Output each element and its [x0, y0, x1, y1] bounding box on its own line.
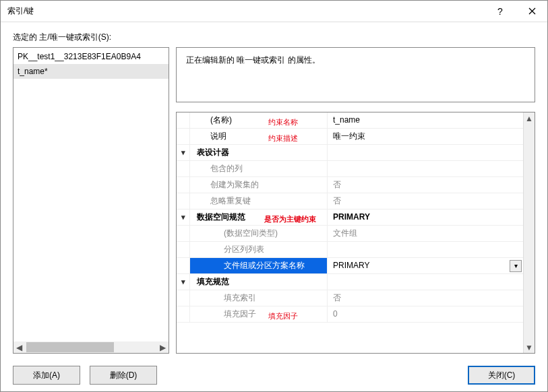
expand-toggle: [177, 290, 190, 306]
property-value: 文件组: [328, 226, 523, 242]
horizontal-scrollbar[interactable]: ◀ ▶: [13, 341, 169, 353]
dialog-title: 索引/键: [7, 5, 485, 17]
property-value[interactable]: [328, 145, 523, 161]
property-value: [328, 161, 523, 177]
dropdown-button[interactable]: ▾: [510, 260, 522, 272]
property-label: 填充索引: [190, 290, 328, 306]
property-label: 分区列列表: [190, 242, 328, 258]
list-item[interactable]: PK__test1__3213E83F1EA0B9A4: [13, 49, 169, 64]
expand-toggle: [177, 177, 190, 193]
close-icon[interactable]: [516, 1, 547, 22]
expand-toggle[interactable]: ▾: [177, 274, 190, 290]
property-value[interactable]: [328, 274, 523, 290]
property-value: 0: [328, 306, 523, 323]
property-label: 填充规范: [190, 274, 328, 290]
property-row[interactable]: 填充索引否: [177, 290, 523, 306]
property-label: (数据空间类型): [190, 226, 328, 242]
property-row[interactable]: (数据空间类型)文件组: [177, 226, 523, 242]
expand-toggle: [177, 306, 190, 323]
property-row[interactable]: (名称)约束名称t_name: [177, 112, 523, 129]
property-row[interactable]: 填充因子填充因子0: [177, 306, 523, 323]
svg-text:?: ?: [497, 7, 503, 16]
expand-toggle[interactable]: ▾: [177, 145, 190, 161]
expand-toggle: [177, 226, 190, 242]
add-button[interactable]: 添加(A): [13, 366, 80, 385]
description-box: 正在编辑新的 唯一键或索引 的属性。: [176, 47, 535, 102]
titlebar: 索引/键 ?: [1, 1, 547, 22]
property-group[interactable]: ▾填充规范: [177, 274, 523, 290]
chevron-down-icon[interactable]: ▾: [179, 214, 187, 221]
chevron-down-icon[interactable]: ▾: [179, 149, 187, 156]
dialog-window: 索引/键 ? 选定的 主/唯一键或索引(S): PK__test1__3213E…: [0, 0, 548, 392]
property-group[interactable]: ▾表设计器: [177, 145, 523, 161]
expand-toggle[interactable]: ▾: [177, 209, 190, 226]
expand-toggle: [177, 242, 190, 258]
annotation: 填充因子: [268, 308, 298, 324]
property-label: 忽略重复键: [190, 193, 328, 209]
property-value: [328, 242, 523, 258]
expand-toggle: [177, 161, 190, 177]
property-label: 数据空间规范是否为主键约束: [190, 209, 328, 226]
property-row[interactable]: 忽略重复键否: [177, 193, 523, 209]
expand-toggle: [177, 112, 190, 129]
help-button[interactable]: ?: [485, 1, 516, 22]
property-row[interactable]: 文件组或分区方案名称PRIMARY▾: [177, 258, 523, 274]
property-label: 包含的列: [190, 161, 328, 177]
chevron-down-icon[interactable]: ▾: [179, 278, 187, 286]
scroll-thumb[interactable]: [26, 342, 114, 352]
scroll-up-icon[interactable]: ▲: [524, 112, 535, 124]
list-item[interactable]: t_name*: [13, 64, 169, 79]
scroll-down-icon[interactable]: ▼: [524, 341, 535, 353]
property-value: 否: [328, 193, 523, 209]
property-row[interactable]: 分区列列表: [177, 242, 523, 258]
property-row[interactable]: 包含的列: [177, 161, 523, 177]
expand-toggle: [177, 258, 190, 274]
property-label: 创建为聚集的: [190, 177, 328, 193]
property-label: 填充因子填充因子: [190, 306, 328, 323]
annotation: 约束描述: [268, 131, 298, 146]
property-value[interactable]: PRIMARY▾: [328, 258, 523, 274]
vertical-scrollbar[interactable]: ▲ ▼: [523, 112, 535, 353]
scroll-right-icon[interactable]: ▶: [157, 341, 169, 353]
property-value: 否: [328, 290, 523, 306]
keys-listbox[interactable]: PK__test1__3213E83F1EA0B9A4t_name* ◀ ▶: [13, 47, 169, 354]
property-label: (名称)约束名称: [190, 112, 328, 129]
close-button[interactable]: 关闭(C): [468, 366, 535, 385]
property-row[interactable]: 说明约束描述唯一约束: [177, 129, 523, 145]
property-value[interactable]: PRIMARY: [328, 209, 523, 226]
delete-button[interactable]: 删除(D): [90, 366, 157, 385]
property-label: 文件组或分区方案名称: [190, 258, 328, 274]
annotation: 约束名称: [268, 115, 298, 130]
property-label: 说明约束描述: [190, 129, 328, 145]
annotation: 是否为主键约束: [264, 211, 316, 227]
property-row[interactable]: 创建为聚集的否: [177, 177, 523, 193]
property-value[interactable]: 唯一约束: [328, 129, 523, 145]
scroll-left-icon[interactable]: ◀: [13, 341, 25, 353]
property-group[interactable]: ▾数据空间规范是否为主键约束PRIMARY: [177, 209, 523, 226]
property-value: 否: [328, 177, 523, 193]
property-value[interactable]: t_name: [328, 112, 523, 129]
property-label: 表设计器: [190, 145, 328, 161]
property-grid[interactable]: (名称)约束名称t_name说明约束描述唯一约束▾表设计器包含的列创建为聚集的否…: [176, 112, 535, 354]
expand-toggle: [177, 193, 190, 209]
expand-toggle: [177, 129, 190, 145]
selected-keys-label: 选定的 主/唯一键或索引(S):: [13, 32, 535, 43]
